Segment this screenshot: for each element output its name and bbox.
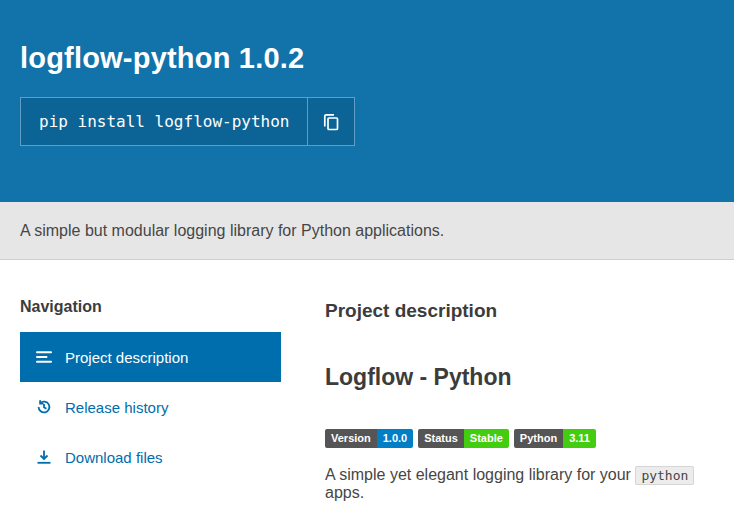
sidebar-item-download-files[interactable]: Download files [20,432,281,482]
align-left-icon [36,350,52,364]
badge-row: Version 1.0.0 Status Stable Python 3.11 [325,429,714,448]
version-badge: Version 1.0.0 [325,429,413,448]
summary-bar: A simple but modular logging library for… [0,202,734,260]
python-badge: Python 3.11 [514,429,596,448]
sidebar-item-label: Download files [65,449,163,466]
inline-code: python [635,466,694,485]
description-suffix: apps. [325,484,364,501]
project-summary: A simple but modular logging library for… [20,222,444,240]
copy-button[interactable] [307,98,354,145]
pip-command-text: pip install logflow-python [21,98,307,145]
page-title: logflow-python 1.0.2 [20,42,714,75]
sidebar: Navigation Project description [20,288,281,502]
content-area: Navigation Project description [0,260,734,502]
download-icon [36,449,52,465]
copy-icon [323,113,339,131]
page-header: logflow-python 1.0.2 pip install logflow… [0,0,734,202]
sidebar-nav: Project description Release history [20,332,281,482]
sidebar-item-project-description[interactable]: Project description [20,332,281,382]
description-prefix: A simple yet elegant logging library for… [325,466,631,483]
project-heading: Logflow - Python [325,364,714,391]
sidebar-item-release-history[interactable]: Release history [20,382,281,432]
status-badge: Status Stable [418,429,509,448]
main-content: Project description Logflow - Python Ver… [325,288,714,502]
pip-command-box: pip install logflow-python [20,97,355,146]
sidebar-item-label: Project description [65,349,188,366]
project-description-text: A simple yet elegant logging library for… [325,466,714,502]
history-icon [36,399,52,415]
sidebar-item-label: Release history [65,399,168,416]
section-title: Project description [325,300,714,322]
navigation-title: Navigation [20,298,281,316]
